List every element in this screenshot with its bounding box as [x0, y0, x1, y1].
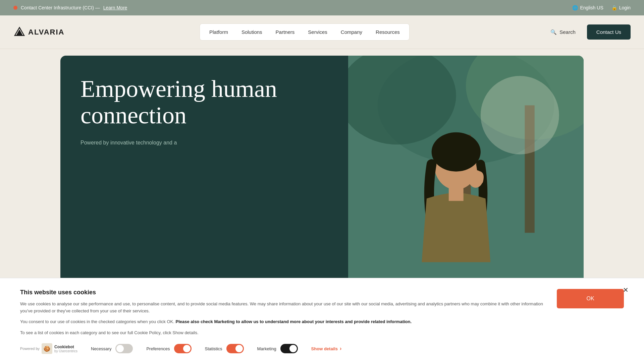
necessary-toggle[interactable]	[115, 344, 133, 353]
logo-icon	[13, 26, 25, 38]
marketing-toggle-knob	[289, 345, 297, 352]
cookiebot-branding: Powered by 🍪 Cookiebot by Usercentrics	[20, 343, 77, 354]
svg-rect-11	[449, 186, 464, 201]
announcement-left: Contact Center Infrastructure (CCI) — Le…	[13, 5, 127, 10]
nav-platform[interactable]: Platform	[203, 26, 235, 38]
preferences-toggle-knob	[183, 345, 191, 352]
cookiebot-icon: 🍪	[42, 343, 52, 354]
main-nav: ALVARIA Platform Solutions Partners Serv…	[0, 15, 644, 49]
svg-point-13	[481, 76, 559, 155]
nav-links: Platform Solutions Partners Services Com…	[200, 23, 410, 41]
language-label: English US	[580, 5, 603, 10]
hero-subtitle: Powered by innovative technology and a	[80, 139, 328, 147]
search-button[interactable]: 🔍 Search	[544, 26, 582, 39]
statistics-toggle-knob	[235, 345, 243, 352]
globe-icon: 🌐	[572, 5, 578, 10]
nav-resources[interactable]: Resources	[369, 26, 407, 38]
cookie-close-button[interactable]: ✕	[621, 285, 631, 295]
search-label: Search	[559, 29, 576, 35]
preferences-toggle[interactable]	[174, 344, 192, 353]
announcement-dot	[13, 6, 17, 10]
cookiebot-name: Cookiebot by Usercentrics	[54, 345, 77, 353]
svg-marker-2	[16, 29, 23, 36]
cookie-title: This website uses cookies	[20, 289, 543, 296]
logo[interactable]: ALVARIA	[13, 26, 65, 38]
necessary-label: Necessary	[91, 346, 111, 351]
statistics-label: Statistics	[205, 346, 222, 351]
cookie-ok-button[interactable]: OK	[557, 289, 624, 308]
announcement-text: Contact Center Infrastructure (CCI) —	[21, 5, 100, 10]
marketing-label: Marketing	[257, 346, 276, 351]
marketing-toggle-group: Marketing	[257, 344, 298, 353]
preferences-toggle-group: Preferences	[146, 344, 191, 353]
cookie-content: This website uses cookies We use cookies…	[20, 289, 624, 354]
learn-more-link[interactable]: Learn More	[103, 5, 127, 10]
login-button[interactable]: 🔒 Login	[611, 5, 631, 10]
statistics-toggle-group: Statistics	[205, 344, 244, 353]
cookiebot-sub: by Usercentrics	[54, 349, 77, 353]
hero-image-placeholder	[348, 56, 584, 283]
cookie-banner: ✕ This website uses cookies We use cooki…	[0, 278, 644, 362]
cookie-text-area: This website uses cookies We use cookies…	[20, 289, 543, 354]
contact-us-button[interactable]: Contact Us	[587, 24, 631, 40]
cookiebot-brand-name: Cookiebot	[54, 345, 77, 349]
nav-partners[interactable]: Partners	[269, 26, 302, 38]
hero-image	[348, 56, 584, 283]
nav-company[interactable]: Company	[334, 26, 369, 38]
logo-text: ALVARIA	[28, 28, 65, 37]
nav-solutions[interactable]: Solutions	[235, 26, 269, 38]
search-icon: 🔍	[550, 29, 557, 35]
svg-point-10	[432, 132, 481, 172]
cookie-desc-2-plain: You consent to our use of cookies in the…	[20, 319, 174, 324]
cookie-controls: Powered by 🍪 Cookiebot by Usercentrics N…	[20, 343, 543, 354]
login-label: Login	[619, 5, 631, 10]
statistics-toggle[interactable]	[226, 344, 244, 353]
language-selector[interactable]: 🌐 English US	[572, 5, 603, 10]
show-details-button[interactable]: Show details ›	[311, 346, 342, 352]
powered-by-label: Powered by	[20, 347, 40, 351]
lock-icon: 🔒	[611, 5, 617, 10]
hero-person-svg	[348, 56, 584, 283]
hero-content: Empowering human connection Powered by i…	[60, 56, 348, 283]
announcement-right: 🌐 English US 🔒 Login	[572, 5, 631, 10]
preferences-label: Preferences	[146, 346, 170, 351]
nav-services[interactable]: Services	[301, 26, 334, 38]
hero-section: Empowering human connection Powered by i…	[60, 56, 584, 283]
cookie-desc-2-bold: Please also check Marketing to allow us …	[175, 319, 412, 324]
announcement-bar: Contact Center Infrastructure (CCI) — Le…	[0, 0, 644, 15]
chevron-right-icon: ›	[340, 346, 341, 352]
marketing-toggle[interactable]	[280, 344, 298, 353]
show-details-label: Show details	[311, 346, 338, 351]
cookie-desc-3: To see a list of cookies in each categor…	[20, 329, 543, 337]
nav-actions: 🔍 Search Contact Us	[544, 24, 631, 40]
cookie-overlay: ✕ This website uses cookies We use cooki…	[0, 278, 644, 362]
cookie-desc-2: You consent to our use of cookies in the…	[20, 318, 543, 325]
necessary-toggle-knob	[116, 345, 124, 352]
hero-title: Empowering human connection	[80, 76, 328, 129]
necessary-toggle-group: Necessary	[91, 344, 133, 353]
cookie-desc-1: We use cookies to analyse our site perfo…	[20, 301, 543, 315]
